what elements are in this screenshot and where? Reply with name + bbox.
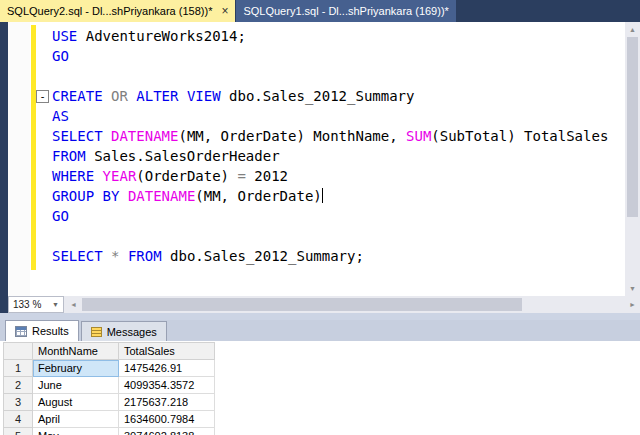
code-token: SELECT [52,128,103,144]
code-line[interactable]: GO [36,206,624,226]
code-token: OR [111,88,128,104]
messages-tab-label: Messages [107,326,157,338]
scroll-up-icon[interactable]: ▲ [625,22,640,37]
code-token: GO [52,48,69,64]
table-row: 1February1475426.91 [4,360,215,377]
grid-corner-cell[interactable] [4,343,33,360]
results-grid: MonthName TotalSales 1February1475426.91… [3,342,215,435]
horizontal-scrollbar[interactable]: ◄ ► [64,296,640,313]
table-row: 5May3074602.8138 [4,428,215,435]
grid-cell[interactable]: 1634600.7984 [119,411,215,428]
row-number[interactable]: 2 [4,377,33,394]
column-header-monthname[interactable]: MonthName [33,343,119,360]
tab-sqlquery1[interactable]: SQLQuery1.sql - Dl...shPriyankara (169))… [236,0,455,22]
scroll-left-icon[interactable]: ◄ [66,296,81,313]
table-row: 4April1634600.7984 [4,411,215,428]
code-token: DATENAME [111,128,178,144]
chevron-down-icon: ▼ [52,301,59,308]
grid-cell[interactable]: April [33,411,119,428]
document-tabbar: SQLQuery2.sql - Dl...shPriyankara (158))… [0,0,640,22]
results-tab-label: Results [32,325,69,337]
code-token: FROM [52,148,86,164]
code-token [103,248,111,264]
code-token: dbo.Sales_2012_Summary [221,88,415,104]
grid-header-row: MonthName TotalSales [4,343,215,360]
column-header-totalsales[interactable]: TotalSales [119,343,215,360]
code-token: = [237,168,245,184]
code-line[interactable]: USE AdventureWorks2014; [36,26,624,46]
pane-splitter[interactable] [0,313,640,320]
grid-cell[interactable]: 2175637.218 [119,394,215,411]
fold-collapse-icon[interactable]: - [36,90,49,103]
code-token: dbo.Sales_2012_Summary; [162,248,364,264]
code-token: CREATE [52,88,111,104]
zoom-value: 133 % [13,299,41,310]
code-token: SELECT [52,248,103,264]
row-number[interactable]: 1 [4,360,33,377]
grid-cell[interactable]: May [33,428,119,435]
table-row: 2June4099354.3572 [4,377,215,394]
vertical-scrollbar[interactable]: ▲ ▼ [625,22,640,296]
code-token: AS [52,108,69,124]
tab-label: SQLQuery2.sql - Dl...shPriyankara (158))… [7,5,212,17]
code-line[interactable]: SELECT DATENAME(MM, OrderDate) MonthName… [36,126,624,146]
code-token [119,248,127,264]
row-number[interactable]: 4 [4,411,33,428]
row-number[interactable]: 5 [4,428,33,435]
code-token: YEAR [103,168,137,184]
results-grid-area: MonthName TotalSales 1February1475426.91… [0,341,640,435]
grid-body: 1February1475426.912June4099354.35723Aug… [4,360,215,435]
horizontal-scrollbar-thumb[interactable] [82,298,522,311]
tab-sqlquery2[interactable]: SQLQuery2.sql - Dl...shPriyankara (158))… [0,0,235,22]
zoom-control[interactable]: 133 % ▼ [8,296,64,313]
grid-cell[interactable]: February [33,360,119,377]
grid-cell[interactable]: June [33,377,119,394]
results-tabstrip: Results Messages [0,320,640,341]
sql-editor[interactable]: USE AdventureWorks2014;GO-CREATE OR ALTE… [8,22,640,296]
code-token: SUM [406,128,431,144]
results-pane: Results Messages MonthName TotalSales 1F… [0,320,640,435]
scroll-right-icon[interactable]: ► [625,296,640,313]
code-token: FROM [128,248,162,264]
scroll-down-icon[interactable]: ▼ [625,281,640,296]
code-token [94,168,102,184]
row-number[interactable]: 3 [4,394,33,411]
messages-icon [91,327,102,337]
code-token: ALTER VIEW [128,88,221,104]
editor-indicator-margin [8,22,30,296]
code-line[interactable]: -CREATE OR ALTER VIEW dbo.Sales_2012_Sum… [36,86,624,106]
grid-cell[interactable]: 1475426.91 [119,360,215,377]
close-icon[interactable]: × [221,5,228,17]
editor-bottom-bar: 133 % ▼ ◄ ► [8,296,640,313]
code-token: AdventureWorks2014; [77,28,246,44]
code-line[interactable]: GROUP BY DATENAME(MM, OrderDate) [36,186,624,206]
code-token: GROUP BY [52,188,119,204]
grid-cell[interactable]: 3074602.8138 [119,428,215,435]
code-token: (OrderDate) [136,168,237,184]
code-token: GO [52,208,69,224]
text-caret [322,188,324,203]
code-token [119,188,127,204]
tab-messages[interactable]: Messages [81,321,167,341]
code-token [103,128,111,144]
code-token: USE [52,28,77,44]
code-token: Sales.SalesOrderHeader [86,148,280,164]
results-grid-icon [15,326,27,337]
table-row: 3August2175637.218 [4,394,215,411]
code-line[interactable]: AS [36,106,624,126]
grid-cell[interactable]: August [33,394,119,411]
vertical-scrollbar-thumb[interactable] [627,37,638,217]
code-line[interactable] [36,226,624,246]
code-token: (MM, OrderDate) [195,188,321,204]
code-token: DATENAME [128,188,195,204]
code-token: 2012 [246,168,288,184]
code-line[interactable] [36,66,624,86]
code-line[interactable]: FROM Sales.SalesOrderHeader [36,146,624,166]
code-token: (MM, OrderDate) MonthName, [178,128,406,144]
code-line[interactable]: GO [36,46,624,66]
code-line[interactable]: SELECT * FROM dbo.Sales_2012_Summary; [36,246,624,266]
grid-cell[interactable]: 4099354.3572 [119,377,215,394]
code-lines[interactable]: USE AdventureWorks2014;GO-CREATE OR ALTE… [36,26,624,296]
code-line[interactable]: WHERE YEAR(OrderDate) = 2012 [36,166,624,186]
tab-results[interactable]: Results [5,320,79,341]
